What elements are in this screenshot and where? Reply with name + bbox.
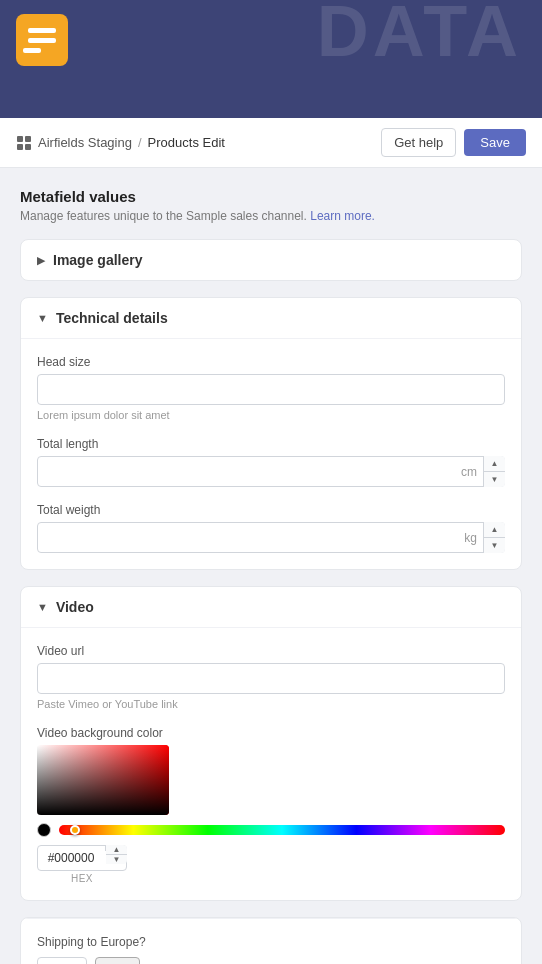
svg-rect-3 <box>25 144 31 150</box>
video-header[interactable]: ▼ Video <box>21 587 521 627</box>
video-bg-color-label: Video background color <box>37 726 505 740</box>
breadcrumb-current-page: Products Edit <box>148 135 225 150</box>
total-weight-input[interactable] <box>37 522 505 553</box>
image-gallery-chevron: ▶ <box>37 254 45 267</box>
image-gallery-card: ▶ Image gallery <box>20 239 522 281</box>
total-length-label: Total length <box>37 437 505 451</box>
head-size-label: Head size <box>37 355 505 369</box>
total-length-field: Total length cm ▲ ▼ <box>37 437 505 487</box>
no-button[interactable]: No <box>95 957 140 964</box>
total-weight-field: Total weigth kg ▲ ▼ <box>37 503 505 553</box>
video-bg-color-field: Video background color <box>37 726 505 884</box>
total-weight-unit: kg <box>464 531 477 545</box>
video-url-field: Video url Paste Vimeo or YouTube link <box>37 644 505 710</box>
color-canvas-inner <box>37 745 169 815</box>
hue-slider[interactable] <box>59 825 505 835</box>
head-size-input[interactable] <box>37 374 505 405</box>
video-url-label: Video url <box>37 644 505 658</box>
shipping-card: Shipping to Europe? Yes No <box>20 917 522 964</box>
image-gallery-title: Image gallery <box>53 252 143 268</box>
svg-rect-2 <box>17 144 23 150</box>
save-button[interactable]: Save <box>464 129 526 156</box>
total-length-decrement[interactable]: ▼ <box>484 472 505 487</box>
video-chevron: ▼ <box>37 601 48 613</box>
color-canvas-dark-overlay <box>37 745 169 815</box>
logo-line-2 <box>28 38 56 43</box>
hex-increment[interactable]: ▲ <box>106 845 127 855</box>
total-length-unit: cm <box>461 465 477 479</box>
total-weight-wrapper: kg ▲ ▼ <box>37 522 505 553</box>
total-length-increment[interactable]: ▲ <box>484 456 505 472</box>
image-gallery-header[interactable]: ▶ Image gallery <box>21 240 521 280</box>
video-body: Video url Paste Vimeo or YouTube link Vi… <box>21 627 521 900</box>
color-gradient-canvas[interactable] <box>37 745 169 815</box>
logo-line-1 <box>28 28 56 33</box>
shipping-body: Shipping to Europe? Yes No <box>21 918 521 964</box>
technical-details-chevron: ▼ <box>37 312 48 324</box>
technical-details-title: Technical details <box>56 310 168 326</box>
total-weight-label: Total weigth <box>37 503 505 517</box>
hex-input-row: ▲ ▼ HEX <box>37 845 505 884</box>
breadcrumb-separator: / <box>138 135 142 150</box>
hex-label: HEX <box>71 873 93 884</box>
video-title: Video <box>56 599 94 615</box>
get-help-button[interactable]: Get help <box>381 128 456 157</box>
hex-decrement[interactable]: ▼ <box>106 855 127 864</box>
color-swatch <box>37 823 51 837</box>
breadcrumb: Airfields Staging / Products Edit <box>16 135 225 151</box>
video-card: ▼ Video Video url Paste Vimeo or YouTube… <box>20 586 522 901</box>
svg-rect-1 <box>25 136 31 142</box>
head-size-field: Head size Lorem ipsum dolor sit amet <box>37 355 505 421</box>
total-weight-increment[interactable]: ▲ <box>484 522 505 538</box>
total-length-wrapper: cm ▲ ▼ <box>37 456 505 487</box>
metafield-subtitle-text: Manage features unique to the Sample sal… <box>20 209 307 223</box>
hex-input-container: ▲ ▼ HEX <box>37 845 127 884</box>
total-weight-decrement[interactable]: ▼ <box>484 538 505 553</box>
yes-no-group: Yes No <box>37 957 505 964</box>
grid-icon <box>16 135 32 151</box>
video-url-hint: Paste Vimeo or YouTube link <box>37 698 505 710</box>
yes-button[interactable]: Yes <box>37 957 87 964</box>
shipping-question: Shipping to Europe? <box>37 935 505 949</box>
nav-bar <box>0 80 542 118</box>
top-bar: DATA <box>0 0 542 80</box>
video-url-input[interactable] <box>37 663 505 694</box>
main-content: Metafield values Manage features unique … <box>0 168 542 964</box>
breadcrumb-bar: Airfields Staging / Products Edit Get he… <box>0 118 542 168</box>
total-length-input[interactable] <box>37 456 505 487</box>
total-length-spinner: ▲ ▼ <box>483 456 505 487</box>
breadcrumb-actions: Get help Save <box>381 128 526 157</box>
technical-details-header[interactable]: ▼ Technical details <box>21 298 521 338</box>
breadcrumb-app-name[interactable]: Airfields Staging <box>38 135 132 150</box>
metafield-title: Metafield values <box>20 188 522 205</box>
technical-details-card: ▼ Technical details Head size Lorem ipsu… <box>20 297 522 570</box>
hue-slider-row <box>37 823 505 837</box>
logo-line-3 <box>23 48 41 53</box>
learn-more-link[interactable]: Learn more. <box>310 209 375 223</box>
metafield-section: Metafield values Manage features unique … <box>20 188 522 223</box>
metafield-subtitle: Manage features unique to the Sample sal… <box>20 209 522 223</box>
hue-thumb <box>70 825 80 835</box>
total-weight-spinner: ▲ ▼ <box>483 522 505 553</box>
technical-details-body: Head size Lorem ipsum dolor sit amet Tot… <box>21 338 521 569</box>
svg-rect-0 <box>17 136 23 142</box>
head-size-hint: Lorem ipsum dolor sit amet <box>37 409 505 421</box>
hex-spinner: ▲ ▼ <box>105 845 127 851</box>
watermark-text: DATA <box>317 0 522 72</box>
app-logo <box>16 14 68 66</box>
